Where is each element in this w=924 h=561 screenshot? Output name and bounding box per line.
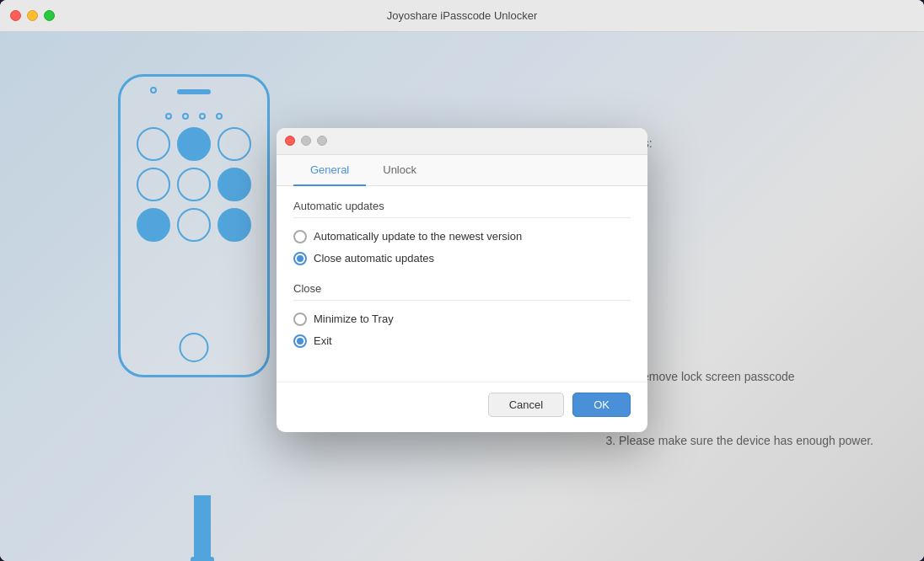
dialog-close-button[interactable] xyxy=(285,136,295,146)
modal-overlay: General Unlock Automatic updates xyxy=(0,32,924,561)
automatic-updates-title: Automatic updates xyxy=(293,200,631,218)
close-updates-radio[interactable] xyxy=(293,252,307,265)
traffic-lights xyxy=(10,10,55,21)
auto-update-label: Automatically update to the newest versi… xyxy=(314,230,522,243)
dialog-maximize-button xyxy=(317,136,327,146)
tab-general[interactable]: General xyxy=(293,155,366,186)
automatic-updates-section: Automatic updates Automatically update t… xyxy=(293,200,631,269)
minimize-tray-radio[interactable] xyxy=(293,313,307,326)
automatic-updates-group: Automatically update to the newest versi… xyxy=(293,227,631,269)
cancel-button[interactable]: Cancel xyxy=(488,393,564,417)
minimize-tray-label: Minimize to Tray xyxy=(314,313,394,325)
auto-update-radio[interactable] xyxy=(293,230,307,243)
exit-option[interactable]: Exit xyxy=(293,334,631,348)
dialog-tabs: General Unlock xyxy=(277,155,647,186)
exit-radio[interactable] xyxy=(293,334,307,348)
app-window: Joyoshare iPasscode Unlocker xyxy=(0,0,924,561)
close-button[interactable] xyxy=(10,10,21,21)
ok-button[interactable]: OK xyxy=(572,393,631,417)
minimize-button[interactable] xyxy=(27,10,38,21)
app-content: g issues: e. ker to remove lock screen p… xyxy=(0,32,924,561)
dialog-title-bar xyxy=(277,128,647,155)
settings-dialog: General Unlock Automatic updates xyxy=(277,128,647,432)
dialog-footer: Cancel OK xyxy=(277,382,647,432)
dialog-body: Automatic updates Automatically update t… xyxy=(277,186,647,382)
tab-unlock[interactable]: Unlock xyxy=(366,155,433,186)
maximize-button[interactable] xyxy=(44,10,55,21)
minimize-tray-option[interactable]: Minimize to Tray xyxy=(293,313,631,326)
close-updates-option[interactable]: Close automatic updates xyxy=(293,252,631,265)
app-title: Joyoshare iPasscode Unlocker xyxy=(387,9,537,22)
close-group: Minimize to Tray Exit xyxy=(293,309,631,351)
close-section-title: Close xyxy=(293,282,631,301)
title-bar: Joyoshare iPasscode Unlocker xyxy=(0,0,924,32)
dialog-minimize-button xyxy=(301,136,311,146)
close-updates-label: Close automatic updates xyxy=(314,252,434,264)
auto-update-option[interactable]: Automatically update to the newest versi… xyxy=(293,230,631,243)
close-section: Close Minimize to Tray Exit xyxy=(293,282,631,351)
exit-label: Exit xyxy=(314,334,332,347)
